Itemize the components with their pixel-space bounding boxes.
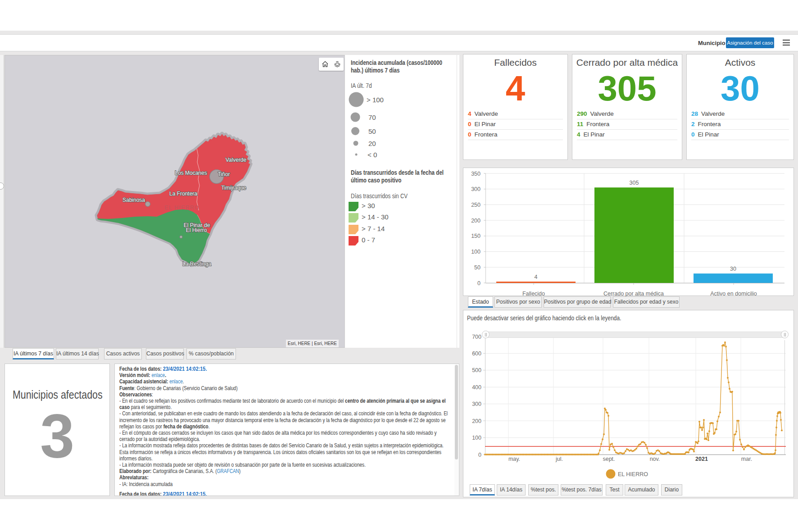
svg-text:Timijraque: Timijraque: [221, 185, 246, 191]
svg-text:150: 150: [471, 233, 481, 239]
svg-text:305: 305: [630, 180, 639, 186]
svg-text:0: 0: [478, 452, 481, 458]
svg-text:Los Mocanes: Los Mocanes: [175, 170, 207, 176]
svg-text:EL HIERRO: EL HIERRO: [618, 471, 648, 477]
svg-text:100: 100: [472, 435, 481, 441]
svg-text:600: 600: [472, 350, 481, 357]
svg-text:Valverde: Valverde: [226, 157, 247, 163]
svg-text:El Hierro: El Hierro: [186, 227, 207, 233]
svg-text:Sabinosa: Sabinosa: [122, 197, 145, 203]
svg-text:200: 200: [472, 418, 481, 424]
svg-text:nov.: nov.: [650, 456, 660, 462]
svg-text:Tiñor: Tiñor: [218, 171, 230, 177]
svg-text:250: 250: [471, 202, 481, 208]
svg-text:may.: may.: [508, 456, 520, 462]
svg-text:La Frontera: La Frontera: [169, 191, 197, 197]
svg-text:30: 30: [730, 266, 736, 272]
svg-text:300: 300: [471, 186, 481, 192]
svg-text:La Restinga: La Restinga: [182, 261, 211, 267]
svg-text:100: 100: [471, 249, 481, 255]
svg-text:700: 700: [472, 334, 481, 340]
svg-text:mar.: mar.: [741, 456, 752, 462]
svg-text:Activo en domicilio: Activo en domicilio: [710, 291, 757, 296]
svg-text:jul.: jul.: [555, 456, 563, 462]
svg-text:EL HIERRO: EL HIERRO: [164, 205, 200, 211]
svg-text:50: 50: [474, 264, 481, 271]
svg-text:2021: 2021: [695, 456, 708, 462]
svg-text:Cerrado por alta médica: Cerrado por alta médica: [603, 291, 664, 296]
svg-text:0: 0: [477, 280, 481, 286]
svg-text:350: 350: [471, 171, 481, 177]
svg-text:4: 4: [535, 274, 538, 280]
svg-text:300: 300: [472, 401, 481, 407]
svg-text:Fallecido: Fallecido: [522, 291, 545, 296]
svg-text:sept.: sept.: [603, 456, 615, 462]
svg-text:500: 500: [472, 367, 481, 373]
svg-text:200: 200: [471, 218, 481, 224]
svg-text:400: 400: [472, 384, 481, 391]
